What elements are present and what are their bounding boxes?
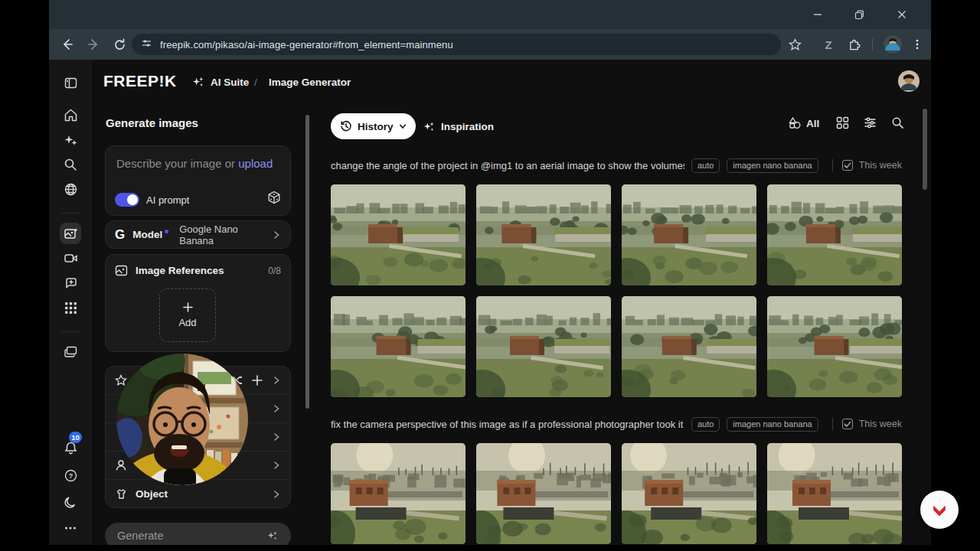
upload-link[interactable]: upload	[238, 157, 273, 170]
inspiration-sparkles-icon	[423, 120, 436, 133]
header-separator	[832, 159, 833, 171]
chevron-right-icon	[272, 461, 281, 470]
model-new-dot	[165, 230, 168, 233]
filters-sliders-icon[interactable]	[864, 116, 877, 129]
object-row[interactable]: Object	[106, 480, 290, 508]
model-filter-all[interactable]: All	[788, 116, 819, 130]
image-references-count: 0/8	[268, 266, 281, 276]
object-row-label: Object	[136, 488, 168, 500]
model-selector[interactable]: G Model Google Nano Banana	[105, 220, 291, 249]
generation-image[interactable]	[622, 443, 756, 544]
account-avatar[interactable]	[898, 70, 920, 92]
search-history-icon[interactable]	[891, 116, 904, 129]
image-grid-row	[331, 184, 902, 285]
breadcrumb-page: Image Generator	[269, 77, 351, 88]
back-button[interactable]	[57, 34, 78, 55]
panel-scrollbar[interactable]	[305, 115, 309, 409]
address-bar[interactable]: freepik.com/pikaso/ai-image-generator#fr…	[132, 34, 781, 55]
browser-menu-icon[interactable]	[906, 34, 928, 55]
generation-image[interactable]	[331, 443, 466, 544]
window-restore-button[interactable]	[844, 0, 874, 29]
forward-button[interactable]	[83, 34, 104, 55]
person-icon	[115, 459, 127, 471]
panel-toggle-icon[interactable]	[60, 72, 81, 93]
generate-label: Generate	[117, 530, 163, 542]
window-close-button[interactable]	[887, 0, 917, 29]
site-info-icon[interactable]	[141, 37, 152, 52]
generation-image[interactable]	[622, 296, 756, 397]
random-prompt-dice-icon[interactable]	[267, 191, 281, 207]
model-label: Model	[132, 229, 162, 240]
generation-image[interactable]	[767, 184, 902, 285]
video-generator-icon[interactable]	[60, 247, 81, 269]
object-shirt-icon	[115, 487, 128, 500]
prompt-card[interactable]: Describe your image or upload AI prompt	[105, 145, 291, 216]
this-week-label: This week	[859, 419, 902, 429]
webcam-overlay[interactable]	[116, 354, 248, 485]
ai-sparkles-icon[interactable]	[60, 129, 81, 151]
chevron-down-icon	[928, 498, 951, 521]
prompt-text[interactable]: change the angle of the project in @img1…	[331, 160, 684, 171]
scroll-down-button[interactable]	[920, 491, 959, 529]
generation-image[interactable]	[767, 296, 902, 397]
dark-mode-moon-icon[interactable]	[60, 492, 81, 514]
refresh-button[interactable]	[109, 34, 130, 55]
rail-divider	[61, 331, 80, 332]
all-label: All	[806, 118, 819, 129]
google-logo: G	[115, 227, 125, 243]
url-text: freepik.com/pikaso/ai-image-generator#fr…	[160, 39, 453, 51]
reframe-icon[interactable]	[60, 272, 81, 293]
this-week-label: This week	[859, 160, 902, 171]
ai-suite-sparkles-icon	[191, 75, 205, 92]
apps-grid-icon[interactable]	[60, 297, 81, 318]
extensions-puzzle-icon[interactable]	[844, 34, 865, 55]
chevron-down-icon	[399, 122, 407, 130]
generation-image[interactable]	[331, 296, 466, 397]
breadcrumb-ai-suite[interactable]: AI Suite	[211, 77, 249, 88]
ai-prompt-toggle[interactable]	[115, 193, 139, 207]
freepik-logo[interactable]: FREEP!K	[103, 72, 177, 90]
group-header: fix the camera perspective of this image…	[331, 416, 902, 432]
this-week-checkbox[interactable]	[842, 419, 853, 429]
inspiration-label: Inspiration	[441, 121, 494, 132]
image-references-card: Image References 0/8 Add	[105, 254, 291, 352]
globe-icon[interactable]	[60, 178, 81, 200]
generation-image[interactable]	[331, 184, 466, 285]
search-rail-icon[interactable]	[60, 154, 81, 175]
inspiration-button[interactable]: Inspiration	[423, 113, 494, 139]
prompt-input[interactable]: Describe your image or upload	[106, 146, 290, 171]
generation-image[interactable]	[476, 443, 611, 544]
content-scrollbar[interactable]	[923, 109, 927, 190]
check-icon	[844, 420, 851, 428]
generation-image[interactable]	[767, 443, 902, 544]
browser-profile-avatar[interactable]	[882, 34, 903, 55]
history-clock-icon	[340, 120, 352, 132]
generation-image[interactable]	[622, 184, 756, 285]
projects-icon[interactable]	[60, 341, 81, 363]
chevron-right-icon	[272, 230, 281, 240]
plus-icon	[183, 302, 193, 312]
layout-grid-icon[interactable]	[836, 116, 849, 129]
generation-image[interactable]	[476, 184, 611, 285]
shapes-icon	[788, 116, 802, 130]
model-badge: auto	[691, 158, 720, 173]
bookmark-star-icon[interactable]	[784, 34, 805, 55]
home-icon[interactable]	[60, 104, 81, 126]
extension-z-icon[interactable]: Z	[818, 34, 839, 55]
history-dropdown-button[interactable]: History	[331, 113, 416, 139]
generation-image[interactable]	[476, 296, 611, 397]
more-options-icon[interactable]	[60, 517, 81, 539]
model-badge: imagen nano banana	[727, 158, 818, 173]
window-minimize-button[interactable]	[802, 0, 833, 29]
prompt-text[interactable]: fix the camera perspective of this image…	[331, 419, 684, 430]
help-icon[interactable]: ?	[60, 465, 81, 486]
generation-feed: change the angle of the project in @img1…	[331, 157, 902, 545]
notifications-bell-icon[interactable]: 10	[60, 437, 81, 458]
left-rail: 10 ?	[49, 60, 92, 545]
add-preset-icon[interactable]	[252, 375, 263, 386]
add-reference-button[interactable]: Add	[159, 289, 216, 342]
model-value: Google Nano Banana	[179, 223, 272, 246]
this-week-checkbox[interactable]	[842, 160, 853, 171]
generate-button[interactable]: Generate	[105, 523, 291, 545]
image-generator-icon[interactable]	[60, 223, 81, 244]
